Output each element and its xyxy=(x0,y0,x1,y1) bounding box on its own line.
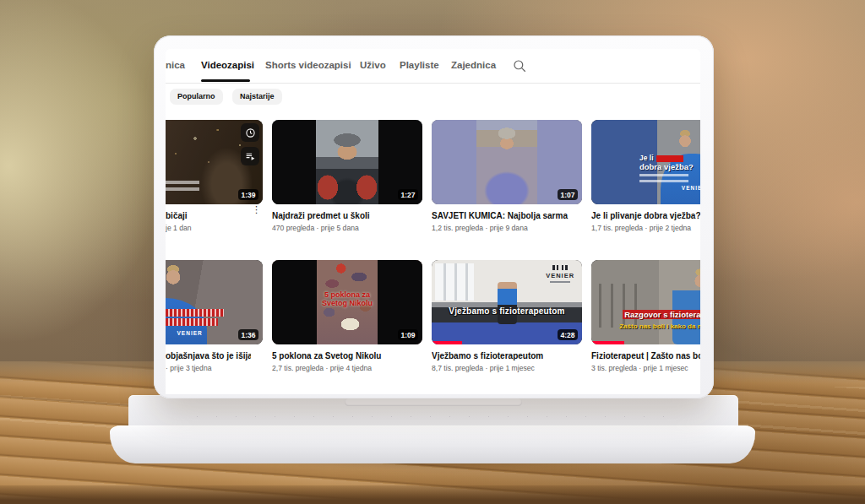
tab-naslovnica-partial[interactable]: nica xyxy=(166,60,185,70)
tab-zajednica[interactable]: Zajednica xyxy=(451,60,496,70)
thumbnail-channel-badge: VENIER xyxy=(682,185,700,191)
thumbnail-channel-badge: VENIER xyxy=(177,330,203,336)
video-info: Fizioterapeut | Zašto nas boli 3 tis. pr… xyxy=(591,344,700,372)
thumbnail-overlay-text: 5 poklona zaSvetog Nikolu xyxy=(317,290,377,307)
video-card-2[interactable]: 1:27 Najdraži predmet u školi 470 pregle… xyxy=(272,120,422,240)
tab-shorts[interactable]: Shorts videozapisi xyxy=(265,60,351,70)
youtube-channel-page: nica Videozapisi Shorts videozapisi Uživ… xyxy=(166,49,700,394)
laptop-screen: nica Videozapisi Shorts videozapisi Uživ… xyxy=(154,35,714,398)
video-title[interactable]: Je li plivanje dobra vježba? xyxy=(591,210,700,221)
thumbnail-overlay-text: Razgovor s fizioterapeZašto nas boli i k… xyxy=(595,306,700,330)
video-info: Najdraži predmet u školi 470 pregleda · … xyxy=(272,204,422,232)
duration-badge: 1:07 xyxy=(558,189,578,200)
video-card-5[interactable]: VENIER 1:36 objašnjava što je išijas · p… xyxy=(166,260,263,380)
thumbnail-overlay-text: Vježbamo s fizioterapeutom xyxy=(436,306,577,316)
video-thumbnail[interactable]: 1:07 xyxy=(432,120,582,204)
video-card-4[interactable]: Je lidobra vježba? VENIER Je li plivanje… xyxy=(591,120,700,240)
video-info: Je li plivanje dobra vježba? 1,7 tis. pr… xyxy=(591,204,700,232)
video-thumbnail[interactable]: Razgovor s fizioterapeZašto nas boli i k… xyxy=(591,260,700,344)
video-card-7[interactable]: Vježbamo s fizioterapeutom VENIER 4:28 V… xyxy=(432,260,582,380)
active-tab-underline xyxy=(201,79,250,82)
video-thumbnail[interactable]: Vježbamo s fizioterapeutom VENIER 4:28 xyxy=(432,260,582,344)
video-title[interactable]: SAVJETI KUMICA: Najbolja sarma xyxy=(432,210,570,221)
video-meta: 2,7 tis. pregleda · prije 4 tjedna xyxy=(272,364,411,372)
video-title[interactable]: Najdraži predmet u školi xyxy=(272,210,411,221)
tab-playliste[interactable]: Playliste xyxy=(400,60,439,70)
video-card-8[interactable]: Razgovor s fizioterapeZašto nas boli i k… xyxy=(591,260,700,380)
video-info: SAVJETI KUMICA: Najbolja sarma 1,2 tis. … xyxy=(432,204,582,232)
laptop-hinge-notch xyxy=(345,398,522,406)
video-meta: 1,7 tis. pregleda · prije 2 tjedna xyxy=(591,224,700,232)
video-thumbnail[interactable]: Je lidobra vježba? VENIER xyxy=(591,120,700,204)
video-info: objašnjava što je išijas · prije 3 tjedn… xyxy=(166,344,263,372)
video-card-1[interactable]: 1:39 bičaji je 1 dan ⋮ xyxy=(166,120,263,240)
video-meta: 470 pregleda · prije 5 dana xyxy=(272,224,411,232)
channel-tabs-bar: nica Videozapisi Shorts videozapisi Uživ… xyxy=(166,49,700,84)
tab-videozapisi[interactable]: Videozapisi xyxy=(201,60,254,70)
duration-badge: 1:36 xyxy=(238,329,258,340)
video-title[interactable]: Fizioterapeut | Zašto nas boli xyxy=(591,350,700,361)
video-title[interactable]: objašnjava što je išijas xyxy=(166,350,251,361)
video-title[interactable]: Vježbamo s fizioterapeutom xyxy=(432,350,570,361)
video-meta: · prije 3 tjedna xyxy=(166,364,251,372)
thumbnail-channel-badge: VENIER xyxy=(546,265,574,283)
duration-badge: 1:39 xyxy=(238,189,258,200)
thumbnail-image xyxy=(591,260,700,344)
watch-progress-bar xyxy=(591,341,700,344)
video-meta: 3 tis. pregleda · prije 1 mjesec xyxy=(591,364,700,372)
laptop-base xyxy=(110,425,755,463)
duration-badge: 4:28 xyxy=(558,329,578,340)
video-thumbnail[interactable]: VENIER 1:36 xyxy=(166,260,263,344)
video-info: Vježbamo s fizioterapeutom 8,7 tis. preg… xyxy=(432,344,582,372)
search-icon[interactable] xyxy=(512,58,527,73)
video-thumbnail[interactable]: 1:27 xyxy=(272,120,422,204)
video-meta: 1,2 tis. pregleda · prije 9 dana xyxy=(432,224,570,232)
video-info: bičaji je 1 dan ⋮ xyxy=(166,204,263,232)
tab-uzivo[interactable]: Uživo xyxy=(360,60,386,70)
video-meta: je 1 dan xyxy=(166,224,251,232)
watch-progress-bar xyxy=(432,341,582,344)
duration-badge: 1:27 xyxy=(398,189,418,200)
thumbnail-overlay-text: Je lidobra vježba? xyxy=(639,154,694,185)
video-title[interactable]: bičaji xyxy=(166,210,251,221)
video-thumbnail[interactable]: 1:39 xyxy=(166,120,263,204)
filter-chip-popularno[interactable]: Popularno xyxy=(170,89,223,105)
duration-badge: 1:09 xyxy=(398,329,418,340)
watch-later-icon[interactable] xyxy=(241,123,259,142)
video-info: 5 poklona za Svetog Nikolu 2,7 tis. preg… xyxy=(272,344,422,372)
video-grid: 1:39 bičaji je 1 dan ⋮ 1:27 Najdraži pre… xyxy=(166,120,700,380)
video-thumbnail[interactable]: 5 poklona zaSvetog Nikolu 1:09 xyxy=(272,260,422,344)
video-meta: 8,7 tis. pregleda · prije 1 mjesec xyxy=(432,364,570,372)
more-options-icon[interactable]: ⋮ xyxy=(252,205,261,214)
scene: nica Videozapisi Shorts videozapisi Uživ… xyxy=(0,0,865,504)
thumbnail-hover-actions xyxy=(241,123,259,165)
video-card-3[interactable]: 1:07 SAVJETI KUMICA: Najbolja sarma 1,2 … xyxy=(432,120,582,240)
video-card-6[interactable]: 5 poklona zaSvetog Nikolu 1:09 5 poklona… xyxy=(272,260,422,380)
filter-chip-najstarije[interactable]: Najstarije xyxy=(232,89,282,105)
add-to-queue-icon[interactable] xyxy=(241,147,259,165)
video-title[interactable]: 5 poklona za Svetog Nikolu xyxy=(272,350,411,361)
